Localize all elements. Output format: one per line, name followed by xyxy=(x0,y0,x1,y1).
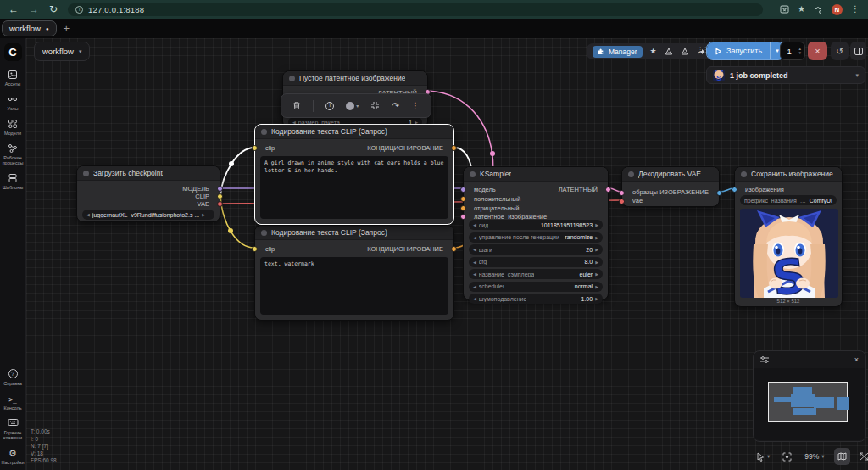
input-port-vae[interactable] xyxy=(619,199,625,204)
output-port-vae[interactable] xyxy=(217,201,223,207)
toggle-minimap-button[interactable] xyxy=(834,448,850,465)
output-port-image[interactable] xyxy=(716,190,722,196)
sidebar-item-nodes[interactable]: Узлы xyxy=(0,94,26,111)
widget-cfg[interactable]: ◀ cfg 8.0 ▶ xyxy=(469,257,603,267)
input-port-negative[interactable] xyxy=(460,205,466,211)
sidebar-item-assets[interactable]: Ассеты xyxy=(0,70,26,87)
output-port-model[interactable] xyxy=(217,186,223,192)
new-tab-button[interactable]: + xyxy=(64,22,70,35)
delete-node-icon[interactable] xyxy=(292,101,301,110)
output-port-clip[interactable] xyxy=(217,193,223,199)
extensions-puzzle-icon[interactable] xyxy=(814,5,823,14)
collapse-dot[interactable] xyxy=(289,76,295,81)
site-info-icon[interactable]: i xyxy=(75,6,83,14)
output-port-conditioning[interactable] xyxy=(451,145,457,151)
input-port-positive[interactable] xyxy=(460,196,466,202)
prompt-textarea[interactable]: A girl drawn in anime style with cat ear… xyxy=(260,156,448,219)
sidebar-item-models[interactable]: Модели xyxy=(0,119,26,136)
toggle-panel-button[interactable] xyxy=(850,42,866,60)
collapse-dot[interactable] xyxy=(83,171,89,176)
generated-image-preview[interactable]: S xyxy=(740,209,838,298)
reload-button[interactable]: ↻ xyxy=(49,4,58,14)
sidebar-item-settings[interactable]: ⚙ Настройки xyxy=(0,448,26,465)
sidebar-item-templates[interactable]: Шаблоны xyxy=(0,173,26,190)
input-port-latent-image[interactable] xyxy=(460,214,466,220)
node-vae-decode[interactable]: Декодировать VAE образцы vae ИЗОБРАЖЕНИЕ xyxy=(621,166,720,207)
sidebar-item-hotkeys[interactable]: Горячие клавиши xyxy=(0,418,26,440)
prompt-textarea[interactable]: text, watermark xyxy=(260,257,448,315)
profile-avatar[interactable]: N xyxy=(832,4,843,15)
decrement-arrow-icon[interactable]: ◀ xyxy=(473,271,476,277)
decrement-arrow-icon[interactable]: ◀ xyxy=(473,284,476,289)
history-button[interactable]: ↺ xyxy=(831,42,849,60)
increment-arrow-icon[interactable]: ▶ xyxy=(595,284,598,289)
collapse-dot[interactable] xyxy=(261,230,267,236)
decrement-arrow-icon[interactable]: ◀ xyxy=(473,296,476,301)
input-port-clip[interactable] xyxy=(252,145,258,151)
node-clip-text-encode-negative[interactable]: Кодирование текста CLIP (Запрос) clip КО… xyxy=(254,225,454,321)
pointer-tool-button[interactable]: ▾ xyxy=(753,448,773,465)
widget-seed[interactable]: ◀ сид 1011851951198523 ▶ xyxy=(469,220,603,230)
node-load-checkpoint[interactable]: Загрузить checkpoint МОДЕЛЬ CLIP VAE ◀ j… xyxy=(76,165,220,222)
widget-sampler-name[interactable]: ◀ название_сэмплера euler ▶ xyxy=(469,269,603,279)
widget-denoise[interactable]: ◀ шумоподавление 1.00 ▶ xyxy=(469,294,603,304)
fit-view-button[interactable] xyxy=(779,448,795,465)
job-completed-banner[interactable]: S 1 job completed ▾ xyxy=(706,66,865,84)
node-color-picker[interactable]: ▾ xyxy=(346,102,359,110)
minimap-area[interactable] xyxy=(754,368,865,440)
node-header[interactable]: KSampler xyxy=(464,167,608,182)
star-icon[interactable]: ★ xyxy=(650,48,657,55)
collapse-dot[interactable] xyxy=(628,171,634,177)
increment-arrow-icon[interactable]: ▶ xyxy=(595,247,598,252)
minimap-viewport[interactable] xyxy=(768,382,848,422)
tab-workflow[interactable]: workflow ● xyxy=(2,20,57,36)
node-header[interactable]: Пустое латентное изображение xyxy=(283,71,427,86)
chevron-down-icon[interactable]: ▾ xyxy=(855,72,859,79)
decrement-arrow-icon[interactable]: ◀ xyxy=(473,235,476,240)
translate-icon[interactable] xyxy=(780,5,789,14)
collapse-node-icon[interactable] xyxy=(370,101,380,110)
output-port-latent[interactable] xyxy=(605,187,611,193)
alert-badge-icon[interactable] xyxy=(665,48,673,55)
info-icon[interactable]: i xyxy=(326,102,334,110)
address-bar[interactable]: i 127.0.0.1:8188 xyxy=(68,3,763,16)
widget-steps[interactable]: ◀ шаги 20 ▶ xyxy=(469,244,603,255)
collapse-dot[interactable] xyxy=(261,129,267,135)
browser-menu-icon[interactable]: ⋮ xyxy=(851,5,860,14)
job-result-thumbnail[interactable]: S xyxy=(713,70,725,81)
back-button[interactable]: ← xyxy=(8,4,19,14)
sidebar-item-help[interactable]: ? Справка xyxy=(0,369,26,386)
alert-badge-icon-2[interactable] xyxy=(681,48,689,55)
node-header[interactable]: Сохранить изображение xyxy=(735,167,842,182)
toggle-links-button[interactable] xyxy=(856,448,868,465)
comfyui-logo[interactable]: C xyxy=(4,43,22,61)
workflow-dropdown[interactable]: workflow ▾ xyxy=(34,42,90,61)
widget-scheduler[interactable]: ◀ scheduler normal ▶ xyxy=(469,282,603,292)
increment-arrow-icon[interactable]: ▶ xyxy=(595,296,598,301)
prev-arrow-icon[interactable]: ◀ xyxy=(86,212,90,217)
output-port-conditioning[interactable] xyxy=(451,246,457,252)
input-port-samples[interactable] xyxy=(619,190,625,196)
forward-button[interactable]: → xyxy=(29,4,39,14)
next-arrow-icon[interactable]: ▶ xyxy=(202,212,205,217)
cancel-button[interactable]: × xyxy=(808,42,827,60)
run-button[interactable]: Запустить xyxy=(707,42,770,59)
input-port-model[interactable] xyxy=(460,187,466,193)
input-port-clip[interactable] xyxy=(252,246,258,252)
bypass-icon[interactable]: ↷ xyxy=(392,102,398,110)
node-header[interactable]: Кодирование текста CLIP (Запрос) xyxy=(255,226,453,240)
decrement-arrow-icon[interactable]: ◀ xyxy=(473,247,476,252)
step-down-icon[interactable]: ▼ xyxy=(798,51,802,55)
node-header[interactable]: Кодирование текста CLIP (Запрос) xyxy=(255,125,453,139)
input-port-images[interactable] xyxy=(732,187,737,193)
node-header[interactable]: Декодировать VAE xyxy=(622,167,719,182)
increment-arrow-icon[interactable]: ▶ xyxy=(595,271,598,277)
minimap-close-icon[interactable]: × xyxy=(854,355,859,364)
widget-control-after-generate[interactable]: ◀ управление после генерации randomize ▶ xyxy=(469,232,603,243)
collapse-dot[interactable] xyxy=(741,171,747,177)
increment-arrow-icon[interactable]: ▶ xyxy=(595,222,598,227)
node-ksampler[interactable]: KSampler модель положительный отрицатель… xyxy=(463,166,609,300)
decrement-arrow-icon[interactable]: ◀ xyxy=(473,260,476,265)
stepper-arrows[interactable]: ▲ ▼ xyxy=(798,47,804,55)
widget-checkpoint-name[interactable]: ◀ juggernautXL_v9Rundiffusionphoto2.s ..… xyxy=(82,210,214,220)
